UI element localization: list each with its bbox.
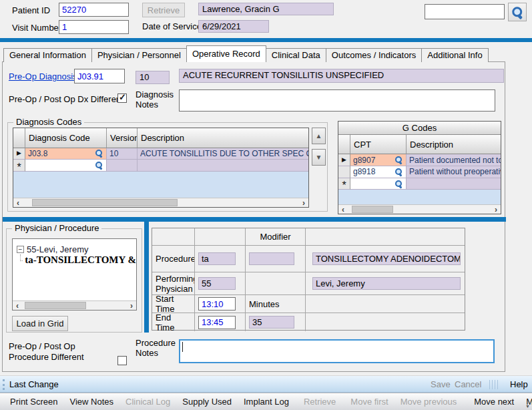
toolbar-retrieve[interactable]: Retrieve bbox=[298, 397, 342, 407]
g-code-row[interactable]: ▶ g8907 Patient documented not to have bbox=[338, 154, 501, 166]
g-code-new-row[interactable]: * bbox=[338, 178, 501, 190]
scroll-left-icon[interactable]: ‹ bbox=[13, 199, 23, 207]
patient-id-input[interactable] bbox=[59, 3, 129, 17]
cpt-cell[interactable]: g8907 bbox=[350, 154, 407, 166]
version-cell[interactable]: 10 bbox=[107, 148, 138, 160]
start-time-cell bbox=[195, 295, 246, 313]
pre-op-diagnosis-link[interactable]: Pre-Op Diagnosis bbox=[9, 71, 77, 81]
cpt-cell[interactable]: g8918 bbox=[350, 166, 407, 178]
minutes-value-field: 35 bbox=[249, 316, 294, 329]
scroll-right-icon[interactable]: › bbox=[299, 199, 308, 207]
scroll-left-icon[interactable]: ‹ bbox=[338, 206, 348, 214]
lookup-magnifier-icon[interactable] bbox=[394, 168, 403, 176]
dx-different-checkbox[interactable]: ✓ bbox=[117, 93, 127, 103]
toolbar-supply-used[interactable]: Supply Used bbox=[176, 397, 238, 407]
scroll-right-icon[interactable]: › bbox=[127, 302, 136, 310]
toolbar-move-first[interactable]: Move first bbox=[344, 397, 394, 407]
move-row-down-button[interactable]: ▼ bbox=[312, 149, 326, 166]
statusbar-separator-grip bbox=[489, 380, 498, 389]
tab-additional-info[interactable]: Additional Info bbox=[421, 48, 488, 62]
diagnosis-new-row[interactable]: * bbox=[13, 160, 308, 172]
lookup-magnifier-icon[interactable] bbox=[95, 161, 103, 170]
help-button[interactable]: Help bbox=[510, 379, 528, 389]
column-header-description[interactable]: Description bbox=[138, 128, 308, 148]
tab-clinical-data[interactable]: Clinical Data bbox=[266, 48, 326, 62]
tab-general-information[interactable]: General Information bbox=[3, 48, 92, 62]
tab-operative-record[interactable]: Operative Record bbox=[186, 45, 266, 62]
tab-physician-personnel[interactable]: Physician / Personnel bbox=[91, 48, 187, 62]
new-code-cell[interactable] bbox=[25, 160, 107, 172]
toolbar-overflow-icon[interactable]: ▼ bbox=[525, 404, 530, 409]
load-in-grid-button[interactable]: Load in Grid bbox=[12, 316, 68, 331]
tree-connector bbox=[20, 254, 23, 261]
search-button[interactable] bbox=[508, 3, 527, 21]
date-of-service-field: 6/29/2021 bbox=[198, 20, 269, 33]
procedure-modifier-field bbox=[249, 252, 294, 265]
tree-node-procedure[interactable]: ta-TONSILLECTOMY & bbox=[13, 254, 136, 266]
cpt-value: g8918 bbox=[353, 167, 375, 176]
scroll-left-icon[interactable]: ‹ bbox=[13, 302, 22, 310]
toolbar-move-next[interactable]: Move next bbox=[468, 397, 520, 407]
scroll-track[interactable] bbox=[22, 301, 127, 310]
end-time-input[interactable] bbox=[198, 316, 236, 329]
retrieve-button[interactable]: Retrieve bbox=[142, 3, 185, 17]
search-icon bbox=[511, 5, 524, 19]
description-cell[interactable]: ACUTE TONSILLITIS DUE TO OTHER SPEC ORGA… bbox=[138, 148, 308, 160]
check-icon: ✓ bbox=[119, 92, 126, 102]
tree-hscrollbar[interactable]: ‹ › bbox=[13, 300, 136, 310]
toolbar-print-screen[interactable]: Print Screen bbox=[4, 397, 64, 407]
toolbar-view-notes[interactable]: View Notes bbox=[64, 397, 120, 407]
g-codes-hscrollbar[interactable]: ‹ › bbox=[338, 204, 501, 214]
procedure-label: Procedure bbox=[152, 246, 195, 272]
toolbar-move-previous[interactable]: Move previous bbox=[394, 397, 463, 407]
g-codes-header-row: CPT Description bbox=[338, 135, 501, 155]
new-cpt-cell[interactable] bbox=[350, 178, 407, 190]
scroll-track[interactable] bbox=[348, 205, 491, 214]
new-description-cell[interactable] bbox=[138, 160, 308, 172]
procedure-notes-input[interactable] bbox=[179, 339, 495, 363]
visit-number-label: Visit Number bbox=[12, 23, 61, 33]
toolbar-clinical-log[interactable]: Clinical Log bbox=[119, 397, 176, 407]
column-header-cpt[interactable]: CPT bbox=[350, 135, 407, 155]
column-header-version[interactable]: Version bbox=[107, 128, 138, 148]
diagnosis-code-cell[interactable]: J03.8 bbox=[25, 148, 107, 160]
visit-number-input[interactable] bbox=[59, 20, 129, 34]
scroll-thumb[interactable] bbox=[25, 302, 86, 309]
tree-node-physician[interactable]: − 55-Levi, Jeremy bbox=[13, 244, 136, 254]
column-header-description[interactable]: Description bbox=[407, 135, 501, 155]
g-code-row[interactable]: g8918 Patient without preoperative ord bbox=[338, 166, 501, 178]
scroll-track[interactable] bbox=[23, 198, 299, 207]
column-header-diagnosis-code[interactable]: Diagnosis Code bbox=[25, 128, 107, 148]
pre-op-diagnosis-code-input[interactable] bbox=[74, 69, 125, 83]
start-time-input[interactable] bbox=[198, 297, 236, 311]
collapse-toggle-icon[interactable]: − bbox=[17, 246, 24, 253]
row-selector[interactable] bbox=[338, 166, 350, 178]
move-row-up-button[interactable]: ▲ bbox=[312, 128, 326, 144]
proc-different-checkbox[interactable]: ✓ bbox=[117, 356, 127, 365]
scroll-right-icon[interactable]: › bbox=[491, 206, 501, 214]
new-version-cell[interactable] bbox=[107, 160, 138, 172]
current-row-selector[interactable]: ▶ bbox=[13, 148, 25, 160]
diagnosis-notes-input[interactable] bbox=[179, 89, 495, 112]
minutes-value-cell: 35 bbox=[246, 313, 306, 331]
search-input[interactable] bbox=[425, 4, 505, 19]
lookup-magnifier-icon[interactable] bbox=[95, 149, 103, 158]
g-description-cell[interactable]: Patient documented not to have bbox=[407, 154, 501, 166]
scroll-thumb[interactable] bbox=[352, 206, 393, 213]
performing-physician-code-cell: 55 bbox=[195, 272, 246, 295]
diagnosis-grid-hscrollbar[interactable]: ‹ › bbox=[13, 198, 308, 207]
down-arrow-icon: ▼ bbox=[316, 154, 322, 161]
lookup-magnifier-icon[interactable] bbox=[394, 156, 403, 164]
cancel-button[interactable]: Cancel bbox=[455, 379, 481, 389]
g-description-cell[interactable]: Patient without preoperative ord bbox=[407, 166, 501, 178]
lookup-magnifier-icon[interactable] bbox=[394, 180, 403, 188]
new-g-description-cell[interactable] bbox=[407, 178, 501, 190]
performing-physician-name-field: Levi, Jeremy bbox=[312, 277, 461, 290]
current-row-selector[interactable]: ▶ bbox=[338, 154, 350, 166]
row-selector-header bbox=[338, 135, 350, 155]
toolbar-implant-log[interactable]: Implant Log bbox=[238, 397, 295, 407]
tab-outcomes-indicators[interactable]: Outcomes / Indicators bbox=[326, 48, 422, 62]
save-button[interactable]: Save bbox=[431, 379, 451, 389]
diagnosis-table-row[interactable]: ▶ J03.8 10 ACUTE TONSILLITIS DUE TO OTHE… bbox=[13, 148, 308, 160]
scroll-thumb[interactable] bbox=[32, 199, 178, 206]
